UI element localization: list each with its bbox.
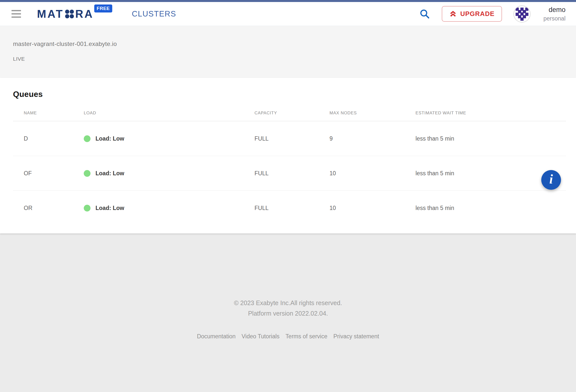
footer-link-documentation[interactable]: Documentation bbox=[197, 333, 236, 340]
queue-max-nodes: 10 bbox=[330, 170, 416, 177]
load-status-dot-icon bbox=[84, 205, 90, 211]
cluster-banner: master-vagrant-cluster-001.exabyte.io LI… bbox=[0, 26, 576, 78]
cluster-status-badge: LIVE bbox=[13, 56, 576, 62]
column-header-wait-time: ESTIMATED WAIT TIME bbox=[416, 111, 566, 116]
column-header-max-nodes: MAX NODES bbox=[330, 111, 416, 116]
queues-table: NAME LOAD CAPACITY MAX NODES ESTIMATED W… bbox=[13, 105, 566, 225]
queue-max-nodes: 9 bbox=[330, 135, 416, 142]
load-status-label: Load: Low bbox=[96, 205, 124, 211]
queue-wait-time: less than 5 min bbox=[416, 205, 566, 211]
user-name: demo bbox=[536, 6, 566, 14]
upgrade-button[interactable]: UPGRADE bbox=[442, 6, 502, 22]
queue-load-cell: Load: Low bbox=[84, 205, 254, 211]
page-title: CLUSTERS bbox=[132, 9, 176, 18]
queues-title: Queues bbox=[13, 90, 576, 99]
double-chevron-up-icon bbox=[449, 10, 457, 18]
load-status-dot-icon bbox=[84, 135, 90, 142]
table-row[interactable]: OF Load: Low FULL 10 less than 5 min bbox=[13, 156, 566, 191]
queue-capacity: FULL bbox=[254, 135, 330, 142]
footer-link-video-tutorials[interactable]: Video Tutorials bbox=[242, 333, 280, 340]
clusters-page: MAT RA FREE CLUSTERS UPGRADE bbox=[0, 0, 576, 392]
top-accent-strip bbox=[0, 0, 576, 2]
copyright-text: © 2023 Exabyte Inc.All rights reserved. bbox=[0, 299, 576, 307]
platform-version-text: Platform version 2022.02.04. bbox=[0, 310, 576, 317]
cluster-hostname: master-vagrant-cluster-001.exabyte.io bbox=[13, 40, 576, 47]
load-status-label: Load: Low bbox=[96, 135, 124, 142]
menu-icon[interactable] bbox=[12, 10, 21, 18]
brand-3-glyph-icon bbox=[64, 9, 74, 19]
info-button[interactable]: i bbox=[541, 170, 561, 190]
footer-link-terms[interactable]: Terms of service bbox=[286, 333, 327, 340]
app-bar: MAT RA FREE CLUSTERS UPGRADE bbox=[0, 2, 576, 26]
queue-load-cell: Load: Low bbox=[84, 135, 254, 142]
brand-text-prefix: MAT bbox=[37, 8, 64, 19]
table-header-row: NAME LOAD CAPACITY MAX NODES ESTIMATED W… bbox=[13, 105, 566, 121]
table-row[interactable]: OR Load: Low FULL 10 less than 5 min bbox=[13, 191, 566, 225]
queues-card: Queues NAME LOAD CAPACITY MAX NODES ESTI… bbox=[0, 78, 576, 233]
table-row[interactable]: D Load: Low FULL 9 less than 5 min bbox=[13, 121, 566, 156]
brand-text-suffix: RA bbox=[75, 8, 94, 19]
mat3ra-logo[interactable]: MAT RA FREE bbox=[37, 8, 112, 19]
upgrade-button-label: UPGRADE bbox=[460, 10, 494, 18]
queue-name: OR bbox=[24, 205, 84, 211]
footer-links: Documentation Video Tutorials Terms of s… bbox=[0, 333, 576, 340]
column-header-load: LOAD bbox=[84, 111, 254, 116]
page-footer: © 2023 Exabyte Inc.All rights reserved. … bbox=[0, 233, 576, 392]
queue-load-cell: Load: Low bbox=[84, 170, 254, 177]
queue-name: D bbox=[24, 135, 84, 142]
load-status-label: Load: Low bbox=[96, 170, 124, 177]
load-status-dot-icon bbox=[84, 170, 90, 177]
queue-capacity: FULL bbox=[254, 205, 330, 211]
free-plan-badge: FREE bbox=[94, 4, 112, 12]
queue-name: OF bbox=[24, 170, 84, 177]
column-header-name: NAME bbox=[24, 111, 84, 116]
queue-wait-time: less than 5 min bbox=[416, 135, 566, 142]
queue-max-nodes: 10 bbox=[330, 205, 416, 211]
column-header-capacity: CAPACITY bbox=[254, 111, 330, 116]
search-icon[interactable] bbox=[419, 8, 431, 20]
user-avatar[interactable] bbox=[514, 5, 530, 22]
footer-link-privacy[interactable]: Privacy statement bbox=[334, 333, 379, 340]
queue-capacity: FULL bbox=[254, 170, 330, 177]
user-account-type: personal bbox=[536, 15, 566, 22]
user-menu[interactable]: demo personal bbox=[536, 6, 566, 22]
